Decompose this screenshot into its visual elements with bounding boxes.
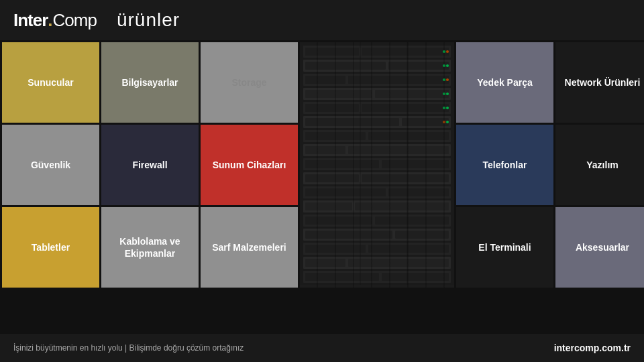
svg-rect-47 <box>305 259 345 267</box>
cell-label-yazilim: Yazılım <box>586 159 618 171</box>
svg-point-60 <box>443 107 445 109</box>
svg-rect-26 <box>305 160 379 168</box>
svg-point-55 <box>446 64 449 67</box>
grid-cell-kablolama[interactable]: Kablolama ve Ekipmanlar <box>101 207 199 288</box>
svg-rect-5 <box>305 62 386 70</box>
grid-cell-network[interactable]: Network Ürünleri <box>555 42 644 123</box>
svg-rect-48 <box>348 259 449 267</box>
svg-rect-34 <box>303 200 451 213</box>
server-rack-visual <box>300 42 454 288</box>
svg-rect-15 <box>362 104 449 112</box>
svg-rect-41 <box>305 231 392 239</box>
svg-rect-3 <box>362 48 449 56</box>
svg-rect-7 <box>303 74 451 86</box>
cell-label-firewall: Firewall <box>132 159 167 171</box>
svg-rect-49 <box>303 271 451 283</box>
svg-rect-43 <box>303 243 451 255</box>
svg-rect-13 <box>303 102 451 114</box>
grid-cell-sarf[interactable]: Sarf Malzemeleri <box>201 207 298 288</box>
svg-rect-46 <box>303 257 451 269</box>
server-image-cell <box>300 42 454 288</box>
svg-rect-31 <box>303 186 451 198</box>
svg-rect-42 <box>395 231 449 239</box>
svg-rect-14 <box>305 104 359 112</box>
cell-label-kablolama: Kablolama ve Ekipmanlar <box>108 235 192 259</box>
grid-cell-sunum[interactable]: Sunum Cihazları <box>201 125 298 205</box>
svg-point-57 <box>446 78 449 81</box>
grid-cell-storage[interactable]: Storage <box>201 42 298 123</box>
svg-rect-40 <box>303 229 451 241</box>
grid-cell-sunucular[interactable]: Sunucular <box>2 42 99 123</box>
svg-rect-50 <box>305 273 379 281</box>
cell-label-yedek: Yedek Parça <box>477 76 533 88</box>
svg-rect-17 <box>305 118 399 126</box>
footer-url: intercomp.com.tr <box>554 343 631 353</box>
grid-cell-el-terminali[interactable]: El Terminali <box>456 207 553 288</box>
grid-cell-firewall[interactable]: Firewall <box>101 125 199 205</box>
svg-point-56 <box>443 78 445 81</box>
svg-rect-51 <box>382 273 449 281</box>
svg-rect-12 <box>375 90 449 98</box>
svg-rect-18 <box>402 118 449 126</box>
svg-rect-38 <box>305 217 372 225</box>
logo-inter: Inter <box>13 10 48 31</box>
grid-cell-yazilim[interactable]: Yazılım <box>555 125 644 205</box>
svg-rect-29 <box>305 174 359 182</box>
header: Inter.Comp ürünler <box>0 0 644 40</box>
cell-label-guvenlik: Güvenlik <box>31 159 70 171</box>
svg-rect-20 <box>305 132 366 140</box>
cell-label-storage: Storage <box>231 76 266 88</box>
cell-label-bilgisayarlar: Bilgisayarlar <box>121 76 178 88</box>
logo: Inter.Comp <box>13 10 97 31</box>
svg-rect-27 <box>382 160 449 168</box>
svg-point-61 <box>446 107 449 109</box>
grid-cell-yedek[interactable]: Yedek Parça <box>456 42 553 123</box>
cell-label-sunucular: Sunucular <box>28 76 73 88</box>
svg-rect-21 <box>368 132 449 140</box>
svg-rect-6 <box>388 62 449 70</box>
svg-rect-22 <box>303 144 451 156</box>
svg-point-58 <box>443 93 445 95</box>
svg-point-53 <box>446 50 449 53</box>
svg-rect-45 <box>368 245 449 253</box>
svg-rect-39 <box>375 217 449 225</box>
cell-label-sunum: Sunum Cihazları <box>213 159 286 171</box>
svg-rect-32 <box>305 188 386 196</box>
grid-cell-guvenlik[interactable]: Güvenlik <box>2 125 99 205</box>
svg-rect-35 <box>305 202 352 210</box>
cell-label-aksesuarlar: Aksesuarlar <box>576 241 629 253</box>
page-wrapper: Inter.Comp ürünler Sunucular Bilgisayarl… <box>0 0 644 362</box>
grid-cell-aksesuarlar[interactable]: Aksesuarlar <box>555 207 644 288</box>
cell-label-tabletler: Tabletler <box>32 241 70 253</box>
svg-rect-37 <box>303 215 451 227</box>
svg-rect-19 <box>303 130 451 142</box>
svg-rect-28 <box>303 172 451 184</box>
svg-rect-11 <box>305 90 372 98</box>
svg-rect-8 <box>305 76 345 84</box>
grid-cell-tabletler[interactable]: Tabletler <box>2 207 99 288</box>
svg-point-62 <box>443 121 445 123</box>
grid-cell-telefonlar[interactable]: Telefonlar <box>456 125 553 205</box>
svg-rect-16 <box>303 116 451 128</box>
svg-rect-24 <box>348 146 449 154</box>
svg-rect-36 <box>355 202 449 210</box>
svg-rect-0 <box>300 42 454 285</box>
cell-label-network: Network Ürünleri <box>565 76 641 88</box>
svg-rect-25 <box>303 158 451 170</box>
grid-cell-bilgisayarlar[interactable]: Bilgisayarlar <box>101 42 199 123</box>
svg-rect-30 <box>362 174 449 182</box>
product-grid: Sunucular Bilgisayarlar Storage <box>0 40 644 334</box>
cell-label-telefonlar: Telefonlar <box>483 159 527 171</box>
svg-point-59 <box>446 93 449 95</box>
footer-tagline: İşinizi büyütmenin en hızlı yolu | Biliş… <box>13 343 244 353</box>
logo-comp: Comp <box>53 10 97 31</box>
svg-point-63 <box>446 121 449 123</box>
page-title: ürünler <box>117 9 180 31</box>
cell-label-sarf: Sarf Malzemeleri <box>212 241 286 253</box>
cell-label-el-terminali: El Terminali <box>478 241 531 253</box>
svg-rect-10 <box>303 88 451 100</box>
svg-rect-2 <box>305 48 359 56</box>
svg-rect-33 <box>388 188 449 196</box>
svg-rect-9 <box>348 76 449 84</box>
svg-rect-1 <box>303 46 451 58</box>
